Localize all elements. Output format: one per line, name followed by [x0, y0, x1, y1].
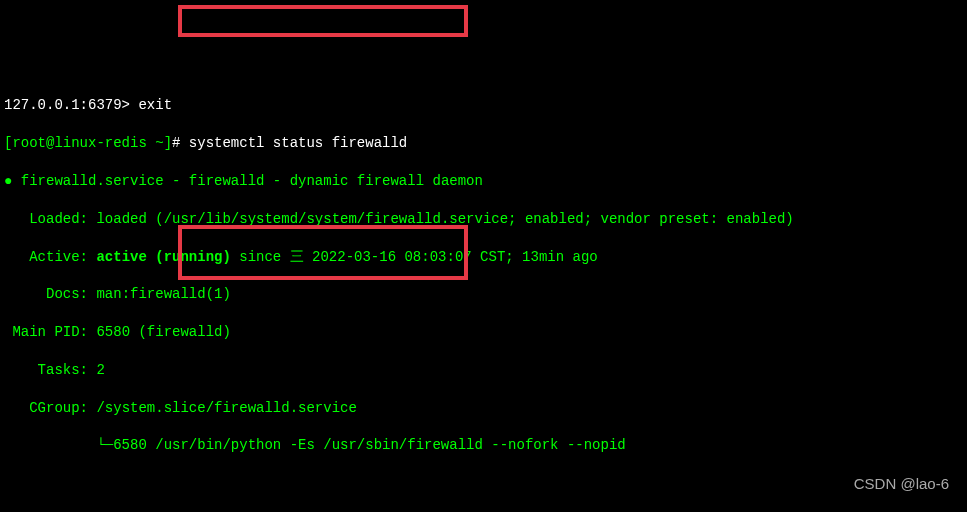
- pid-val: 6580 (firewalld): [96, 324, 230, 340]
- line: [root@linux-redis ~]# systemctl status f…: [4, 134, 963, 153]
- redis-prompt: 127.0.0.1:6379>: [4, 97, 138, 113]
- tasks-key: Tasks:: [4, 362, 96, 378]
- docs-key: Docs:: [4, 286, 96, 302]
- tasks-val: 2: [96, 362, 104, 378]
- line: Active: active (running) since 三 2022-03…: [4, 248, 963, 267]
- pid-key: Main PID:: [4, 324, 96, 340]
- blank-line: [4, 474, 963, 493]
- cgroup-val: /system.slice/firewalld.service: [96, 400, 356, 416]
- service-name: firewalld.service - firewalld - dynamic …: [12, 173, 482, 189]
- active-key: Active:: [4, 249, 96, 265]
- highlight-box-1: [178, 5, 468, 37]
- watermark: CSDN @lao-6: [854, 474, 949, 494]
- line: Loaded: loaded (/usr/lib/systemd/system/…: [4, 210, 963, 229]
- loaded-val: loaded (/usr/lib/systemd/system/firewall…: [96, 211, 793, 227]
- cmd-status-1: # systemctl status firewalld: [172, 135, 407, 151]
- line: 127.0.0.1:6379> exit: [4, 96, 963, 115]
- cmd-exit: exit: [138, 97, 172, 113]
- terminal[interactable]: 127.0.0.1:6379> exit [root@linux-redis ~…: [4, 78, 963, 512]
- docs-val: man:firewalld(1): [96, 286, 230, 302]
- active-time: since 三 2022-03-16 08:03:07 CST; 13min a…: [231, 249, 598, 265]
- line: CGroup: /system.slice/firewalld.service: [4, 399, 963, 418]
- line: Docs: man:firewalld(1): [4, 285, 963, 304]
- line: ● firewalld.service - firewalld - dynami…: [4, 172, 963, 191]
- line: Tasks: 2: [4, 361, 963, 380]
- loaded-key: Loaded:: [4, 211, 96, 227]
- active-status: active (running): [96, 249, 230, 265]
- shell-prompt: [root@linux-redis ~]: [4, 135, 172, 151]
- cgroup-key: CGroup:: [4, 400, 96, 416]
- line: └─6580 /usr/bin/python -Es /usr/sbin/fir…: [4, 436, 963, 455]
- line: Main PID: 6580 (firewalld): [4, 323, 963, 342]
